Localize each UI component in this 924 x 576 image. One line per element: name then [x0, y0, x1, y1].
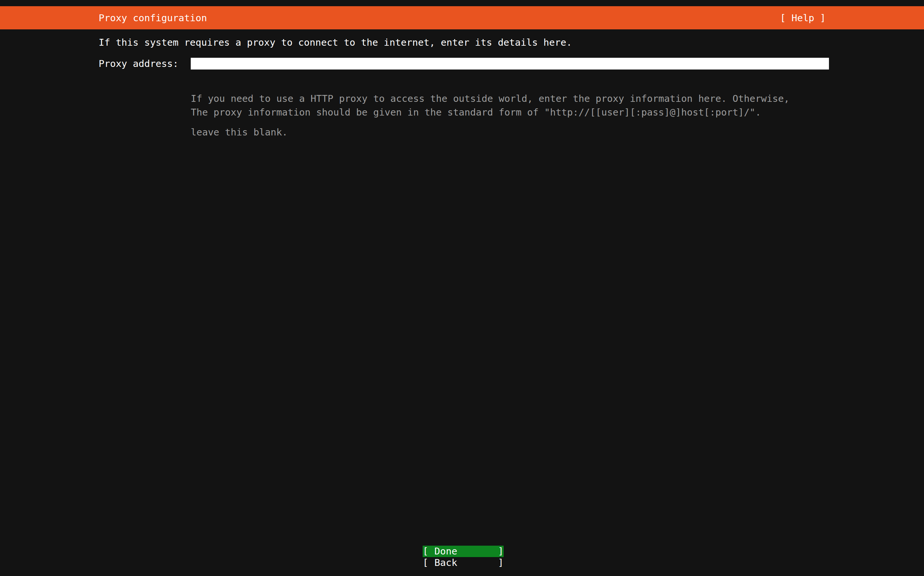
- installer-screen: Proxy configuration [ Help ] If this sys…: [0, 0, 924, 576]
- page-title: Proxy configuration: [99, 13, 207, 24]
- proxy-help-line: If you need to use a HTTP proxy to acces…: [191, 93, 789, 104]
- proxy-address-label: Proxy address:: [99, 58, 178, 69]
- done-button-close-bracket: ]: [498, 546, 504, 557]
- intro-text: If this system requires a proxy to conne…: [99, 37, 572, 48]
- proxy-format-note: The proxy information should be given in…: [191, 107, 761, 118]
- back-button-label: Back: [435, 557, 498, 568]
- back-button-open-bracket: [: [423, 557, 428, 568]
- back-button-close-bracket: ]: [498, 557, 504, 568]
- back-button[interactable]: [ Back ]: [423, 557, 504, 568]
- done-button-label: Done: [435, 546, 498, 557]
- help-button[interactable]: [ Help ]: [780, 13, 826, 24]
- proxy-address-input[interactable]: [191, 58, 829, 69]
- header-bar: Proxy configuration [ Help ]: [0, 6, 924, 29]
- done-button-open-bracket: [: [423, 546, 428, 557]
- done-button[interactable]: [ Done ]: [423, 546, 504, 557]
- proxy-help-line: leave this blank.: [191, 126, 789, 138]
